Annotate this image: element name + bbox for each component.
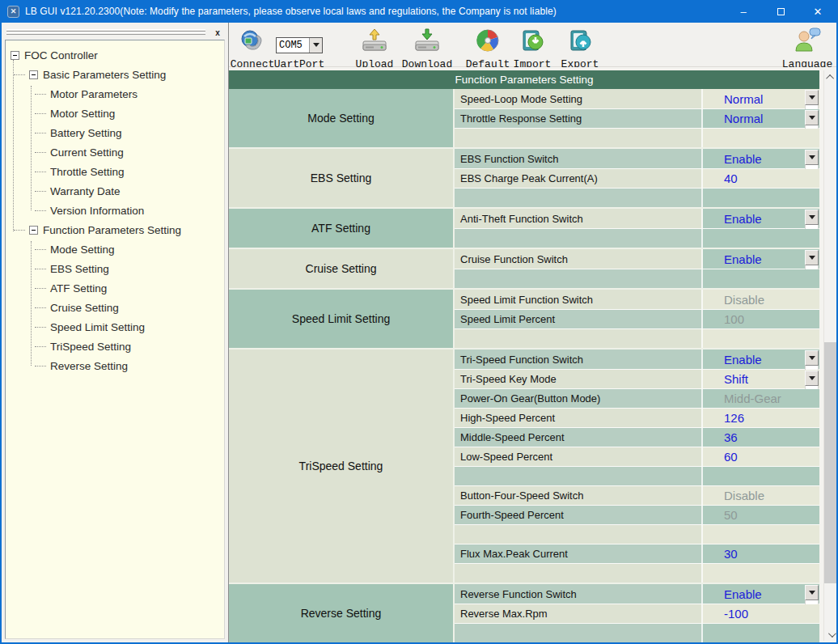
tree-item-battery-setting[interactable]: Battery Setting bbox=[6, 123, 224, 142]
tree-item-warranty-date[interactable]: Warranty Date bbox=[6, 181, 224, 201]
param-value-cell[interactable]: 40 bbox=[703, 169, 819, 188]
scrollbar-thumb[interactable] bbox=[824, 342, 837, 583]
param-row: EBS Charge Peak Current(A)40 bbox=[455, 168, 819, 188]
dropdown-button[interactable] bbox=[805, 250, 819, 265]
param-value-cell[interactable]: Midd-Gear bbox=[703, 389, 819, 408]
chevron-down-icon bbox=[809, 376, 815, 380]
tree-item-throttle-setting[interactable]: Throttle Setting bbox=[6, 162, 224, 181]
tree-collapse-icon[interactable] bbox=[29, 70, 38, 79]
import-button[interactable]: Import bbox=[509, 26, 556, 70]
param-value-cell[interactable]: 50 bbox=[703, 506, 819, 524]
param-label bbox=[455, 467, 703, 485]
dropdown-button[interactable] bbox=[805, 371, 819, 386]
param-value-cell bbox=[703, 269, 819, 288]
vertical-scrollbar[interactable] bbox=[823, 70, 836, 641]
param-value-cell[interactable]: Shift bbox=[703, 370, 819, 388]
tree-item-motor-parameters[interactable]: Motor Parameters bbox=[6, 84, 224, 104]
maximize-button[interactable] bbox=[762, 0, 799, 23]
scroll-down-icon[interactable] bbox=[824, 628, 837, 641]
language-button[interactable]: Language bbox=[776, 26, 838, 70]
param-label: Fourth-Speed Percent bbox=[455, 506, 703, 524]
param-value-cell[interactable]: Enable bbox=[703, 149, 819, 168]
param-value-cell[interactable]: 100 bbox=[703, 310, 819, 328]
param-value-cell[interactable]: Disable bbox=[703, 290, 819, 309]
tree-item-function-parameters-setting[interactable]: Function Parameters Setting bbox=[6, 220, 224, 239]
param-value-cell bbox=[703, 467, 819, 485]
tree-item-basic-parameters-setting[interactable]: Basic Parameters Setting bbox=[6, 65, 224, 84]
param-value-cell[interactable]: Normal bbox=[703, 89, 819, 108]
tree-item-mode-setting[interactable]: Mode Setting bbox=[6, 239, 224, 259]
dropdown-button[interactable] bbox=[805, 150, 819, 165]
param-value-cell[interactable]: 30 bbox=[703, 544, 819, 563]
param-value-cell[interactable]: Enable bbox=[703, 584, 819, 604]
group-speed-limit-setting: Speed Limit SettingSpeed Limit Function … bbox=[229, 288, 819, 348]
tree-item-label: Motor Setting bbox=[50, 108, 115, 120]
connect-button[interactable]: Connect bbox=[229, 26, 276, 70]
param-value: 50 bbox=[724, 508, 738, 522]
tree-item-version-information[interactable]: Version Information bbox=[6, 201, 224, 220]
param-row: Tri-Speed Key ModeShift bbox=[455, 369, 819, 388]
titlebar: ✕ LB GUI v121.20.2300(Note: Modify the p… bbox=[2, 0, 836, 23]
param-row: EBS Function SwitchEnable bbox=[455, 149, 819, 168]
tree-item-cruise-setting[interactable]: Cruise Setting bbox=[6, 298, 224, 317]
param-value-cell[interactable]: Normal bbox=[703, 109, 819, 128]
tree-item-label: Current Setting bbox=[50, 146, 124, 159]
uart-port-select[interactable]: COM5 bbox=[276, 37, 323, 53]
param-label bbox=[455, 129, 703, 147]
close-button[interactable]: ✕ bbox=[799, 0, 836, 23]
param-value: Midd-Gear bbox=[724, 392, 781, 405]
dropdown-button[interactable] bbox=[805, 110, 819, 125]
param-value-cell[interactable]: Disable bbox=[703, 486, 819, 505]
tree-item-current-setting[interactable]: Current Setting bbox=[6, 142, 224, 162]
tree-item-foc-controller[interactable]: FOC Controller bbox=[6, 45, 224, 65]
uart-port-value: COM5 bbox=[277, 40, 309, 51]
param-row: Low-Speed Percent60 bbox=[455, 447, 819, 466]
scroll-up-icon[interactable] bbox=[824, 70, 837, 83]
default-button[interactable]: Default bbox=[462, 26, 514, 70]
download-icon bbox=[411, 26, 443, 57]
tree-item-reverse-setting[interactable]: Reverse Setting bbox=[6, 356, 224, 375]
tree-item-speed-limit-setting[interactable]: Speed Limit Setting bbox=[6, 317, 224, 337]
param-row: Speed Limit Function SwitchDisable bbox=[455, 290, 819, 309]
param-label: Anti-Theft Function Switch bbox=[455, 209, 703, 228]
param-value-cell[interactable]: Enable bbox=[703, 249, 819, 269]
tree-item-trispeed-setting[interactable]: TriSpeed Setting bbox=[6, 337, 224, 356]
param-value-cell[interactable]: 60 bbox=[703, 447, 819, 466]
chevron-down-icon bbox=[809, 95, 815, 100]
param-row: Fourth-Speed Percent50 bbox=[455, 505, 819, 524]
param-row: Cruise Function SwitchEnable bbox=[455, 249, 819, 269]
dropdown-button[interactable] bbox=[805, 90, 819, 105]
param-value: Disable bbox=[724, 293, 764, 307]
param-row: Button-Four-Speed SwitchDisable bbox=[455, 485, 819, 505]
param-label bbox=[455, 624, 703, 642]
uartport-button[interactable]: COM5UartPort bbox=[271, 26, 328, 70]
tree-item-ebs-setting[interactable]: EBS Setting bbox=[6, 259, 224, 278]
chevron-down-icon bbox=[809, 256, 815, 260]
param-value-cell[interactable]: -100 bbox=[703, 604, 819, 623]
dropdown-button[interactable] bbox=[805, 210, 819, 225]
download-button[interactable]: Download bbox=[394, 26, 460, 70]
dropdown-button[interactable] bbox=[805, 585, 819, 600]
param-value-cell[interactable]: Enable bbox=[703, 209, 819, 228]
param-value-cell[interactable]: Enable bbox=[703, 350, 819, 369]
export-button[interactable]: Export bbox=[556, 26, 604, 70]
chevron-down-icon[interactable] bbox=[309, 38, 322, 53]
chevron-down-icon bbox=[809, 356, 815, 360]
param-label: Flux Max.Peak Current bbox=[455, 544, 703, 563]
param-value-cell[interactable]: 36 bbox=[703, 428, 819, 447]
upload-button[interactable]: Upload bbox=[349, 26, 400, 70]
param-label: Reverse Function Switch bbox=[455, 584, 703, 604]
tree-item-atf-setting[interactable]: ATF Setting bbox=[6, 278, 224, 298]
tree-item-label: Motor Parameters bbox=[50, 88, 138, 100]
dropdown-button[interactable] bbox=[805, 350, 819, 366]
tree-item-label: Cruise Setting bbox=[50, 302, 119, 314]
tree-collapse-icon[interactable] bbox=[11, 51, 19, 60]
param-value-cell bbox=[703, 129, 819, 147]
minimize-button[interactable]: – bbox=[725, 0, 762, 23]
panel-grip-handle[interactable] bbox=[6, 29, 205, 36]
tree-collapse-icon[interactable] bbox=[29, 226, 38, 235]
tree-item-motor-setting[interactable]: Motor Setting bbox=[6, 104, 224, 123]
parameter-table-area: Function Parameters Setting Mode Setting… bbox=[229, 67, 836, 642]
param-value-cell[interactable]: 126 bbox=[703, 409, 819, 427]
panel-close-icon[interactable]: x bbox=[212, 27, 223, 38]
